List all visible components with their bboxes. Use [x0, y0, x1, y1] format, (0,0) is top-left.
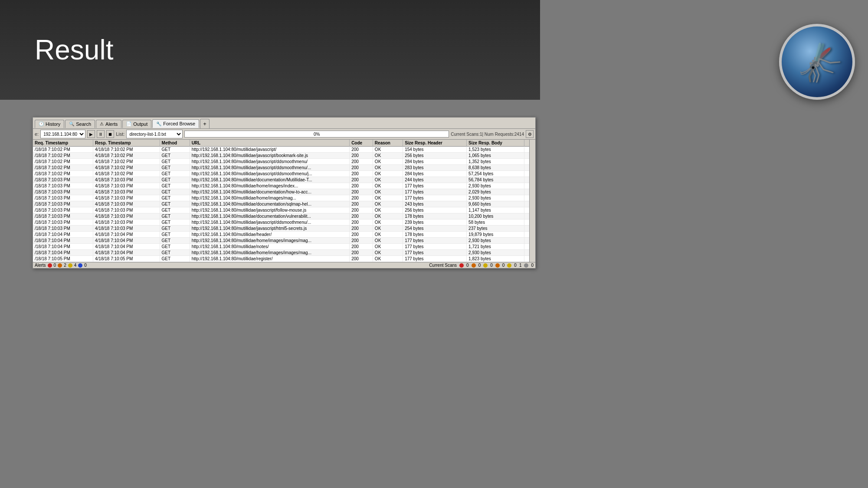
search-icon: 🔍 [69, 121, 74, 126]
cell-size-body: 9,660 bytes [467, 201, 524, 207]
cell-code: 200 [350, 250, 373, 256]
table-row[interactable]: /18/18 7:10:02 PM 4/18/18 7:10:02 PM GET… [33, 147, 535, 153]
cell-code: 200 [350, 159, 373, 165]
tab-search-label: Search [76, 121, 91, 127]
cell-resp-ts: 4/18/18 7:10:05 PM [93, 256, 160, 262]
cell-resp-ts: 4/18/18 7:10:03 PM [93, 213, 160, 219]
cell-code: 200 [350, 153, 373, 159]
cell-size-body: 1,823 bytes [467, 256, 524, 262]
tab-history[interactable]: 🕐 History [35, 120, 64, 128]
tab-forced-browse[interactable]: 🔧 Forced Browse [152, 119, 199, 128]
status-left: Alerts 0 2 4 0 [35, 263, 87, 268]
tab-alerts[interactable]: ⚠ Alerts [96, 120, 121, 128]
cell-method: GET [160, 159, 190, 165]
cell-url: http://192.168.1.104:80/mutillidae/regis… [190, 256, 349, 262]
table-row[interactable]: /18/18 7:10:04 PM 4/18/18 7:10:04 PM GET… [33, 232, 535, 238]
cell-reason: OK [373, 219, 403, 226]
table-header-row: Req. Timestamp Resp. Timestamp Method UR… [33, 140, 535, 147]
cell-reason: OK [373, 232, 403, 238]
cell-url: http://192.168.1.104:80/mutillidae/docum… [190, 189, 349, 195]
tab-add-label: + [203, 121, 206, 127]
cell-resp-ts: 4/18/18 7:10:04 PM [93, 238, 160, 244]
table-row[interactable]: /18/18 7:10:02 PM 4/18/18 7:10:02 PM GET… [33, 171, 535, 177]
cell-size-body: 2,930 bytes [467, 183, 524, 189]
scan-up-yellow-icon [507, 263, 511, 268]
list-select[interactable]: directory-list-1.0.txt [126, 130, 183, 138]
table-row[interactable]: /18/18 7:10:04 PM 4/18/18 7:10:04 PM GET… [33, 238, 535, 244]
cell-size-body: 19,879 bytes [467, 232, 524, 238]
alerts-status-label: Alerts [35, 263, 46, 268]
cell-code: 200 [350, 171, 373, 177]
cell-size-header: 177 bytes [403, 195, 467, 201]
tab-output-label: Output [133, 121, 147, 127]
cell-url: http://192.168.1.104:80/mutillidae/javas… [190, 153, 349, 159]
cell-req-ts: /18/18 7:10:03 PM [33, 189, 93, 195]
alert-yellow-icon [68, 263, 72, 268]
status-current-scans-label: Current Scans [429, 263, 457, 268]
cell-size-header: 177 bytes [403, 238, 467, 244]
vertical-scrollbar[interactable] [529, 140, 535, 262]
col-code: Code [350, 140, 373, 147]
tab-forced-browse-label: Forced Browse [163, 121, 195, 126]
tab-history-label: History [46, 121, 60, 127]
table-row[interactable]: /18/18 7:10:03 PM 4/18/18 7:10:03 PM GET… [33, 183, 535, 189]
tab-search[interactable]: 🔍 Search [65, 120, 95, 128]
cell-size-header: 177 bytes [403, 256, 467, 262]
cell-size-header: 154 bytes [403, 147, 467, 153]
table-row[interactable]: /18/18 7:10:03 PM 4/18/18 7:10:03 PM GET… [33, 213, 535, 219]
cell-resp-ts: 4/18/18 7:10:02 PM [93, 147, 160, 153]
table-row[interactable]: /18/18 7:10:03 PM 4/18/18 7:10:03 PM GET… [33, 226, 535, 232]
cell-size-header: 256 bytes [403, 207, 467, 213]
toolbar-go-btn[interactable]: ▶ [87, 130, 95, 138]
table-row[interactable]: /18/18 7:10:03 PM 4/18/18 7:10:03 PM GET… [33, 201, 535, 207]
cell-reason: OK [373, 165, 403, 171]
table-row[interactable]: /18/18 7:10:05 PM 4/18/18 7:10:05 PM GET… [33, 256, 535, 262]
logo-circle: 🦟 [779, 24, 855, 100]
tab-output[interactable]: 📄 Output [122, 120, 151, 128]
scan-down-orange-count: 0 [478, 263, 481, 268]
toolbar-pause-btn[interactable]: ⏸ [97, 130, 105, 138]
cell-req-ts: /18/18 7:10:04 PM [33, 244, 93, 250]
table-row[interactable]: /18/18 7:10:04 PM 4/18/18 7:10:04 PM GET… [33, 244, 535, 250]
cell-url: http://192.168.1.104:80/mutillidae/javas… [190, 147, 349, 153]
cell-resp-ts: 4/18/18 7:10:04 PM [93, 250, 160, 256]
results-table: Req. Timestamp Resp. Timestamp Method UR… [33, 140, 535, 262]
cell-size-body: 8,638 bytes [467, 165, 524, 171]
cell-url: http://192.168.1.104:80/mutillidae/docum… [190, 213, 349, 219]
table-row[interactable]: /18/18 7:10:03 PM 4/18/18 7:10:03 PM GET… [33, 177, 535, 183]
cell-size-header: 254 bytes [403, 226, 467, 232]
target-select[interactable]: 192.168.1.104:80 [40, 130, 85, 138]
col-req-timestamp: Req. Timestamp [33, 140, 93, 147]
cell-method: GET [160, 183, 190, 189]
cell-size-body: 2,930 bytes [467, 195, 524, 201]
cell-code: 200 [350, 195, 373, 201]
cell-reason: OK [373, 147, 403, 153]
cell-size-header: 244 bytes [403, 177, 467, 183]
table-row[interactable]: /18/18 7:10:03 PM 4/18/18 7:10:03 PM GET… [33, 195, 535, 201]
cell-reason: OK [373, 189, 403, 195]
cell-size-header: 178 bytes [403, 232, 467, 238]
table-row[interactable]: /18/18 7:10:04 PM 4/18/18 7:10:04 PM GET… [33, 250, 535, 256]
table-row[interactable]: /18/18 7:10:02 PM 4/18/18 7:10:02 PM GET… [33, 159, 535, 165]
table-row[interactable]: /18/18 7:10:03 PM 4/18/18 7:10:03 PM GET… [33, 219, 535, 226]
cell-size-header: 177 bytes [403, 183, 467, 189]
alert-blue-icon [78, 263, 82, 268]
cell-method: GET [160, 213, 190, 219]
table-row[interactable]: /18/18 7:10:02 PM 4/18/18 7:10:02 PM GET… [33, 165, 535, 171]
alert-blue-count: 0 [84, 263, 87, 268]
status-bar: Alerts 0 2 4 0 Current Scans 0 0 0 0 0 1… [33, 262, 535, 268]
table-row[interactable]: /18/18 7:10:03 PM 4/18/18 7:10:03 PM GET… [33, 189, 535, 195]
toolbar-settings-btn[interactable]: ⚙ [526, 130, 534, 138]
scan-down-yellow-icon [483, 263, 488, 268]
col-resp-timestamp: Resp. Timestamp [93, 140, 160, 147]
cell-reason: OK [373, 256, 403, 262]
table-row[interactable]: /18/18 7:10:02 PM 4/18/18 7:10:02 PM GET… [33, 153, 535, 159]
col-url: URL [190, 140, 349, 147]
toolbar-stop-btn[interactable]: ⏹ [106, 130, 114, 138]
cell-method: GET [160, 201, 190, 207]
cell-size-body: 10,200 bytes [467, 213, 524, 219]
tab-add-button[interactable]: + [200, 119, 210, 128]
cell-url: http://192.168.1.104:80/mutillidae/notes… [190, 244, 349, 250]
table-row[interactable]: /18/18 7:10:03 PM 4/18/18 7:10:03 PM GET… [33, 207, 535, 213]
cell-reason: OK [373, 250, 403, 256]
